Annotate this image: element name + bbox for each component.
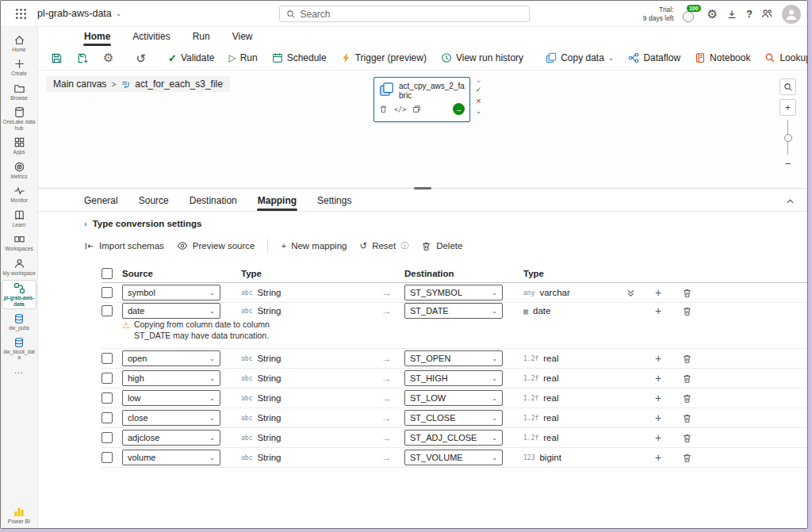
- destination-column-dropdown[interactable]: ST_HIGH⌄: [404, 370, 503, 386]
- sidebar-item-apps[interactable]: Apps: [2, 135, 36, 156]
- source-column-dropdown[interactable]: open⌄: [122, 350, 220, 366]
- source-column-dropdown[interactable]: close⌄: [122, 410, 220, 426]
- type-conversion-settings-toggle[interactable]: › Type conversion settings: [38, 219, 807, 228]
- source-column-dropdown[interactable]: low⌄: [122, 390, 220, 406]
- sidebar-item-dw-stock-data[interactable]: dw_stock_data: [2, 335, 36, 362]
- copy-data-button[interactable]: Copy data ⌄: [542, 50, 617, 66]
- source-column-dropdown[interactable]: symbol⌄: [122, 285, 220, 300]
- sidebar-item-home[interactable]: Home: [2, 33, 36, 54]
- sidebar-item-dw-pubs[interactable]: dw_pubs: [2, 312, 36, 332]
- destination-column-dropdown[interactable]: ST_LOW⌄: [404, 390, 503, 406]
- tab-source[interactable]: Source: [138, 195, 170, 211]
- duplicate-activity-icon[interactable]: [412, 105, 421, 113]
- delete-row-button[interactable]: [672, 413, 701, 423]
- tab-settings[interactable]: Settings: [316, 195, 352, 211]
- tab-activities[interactable]: Activities: [132, 31, 170, 44]
- success-port-icon[interactable]: ✓: [473, 86, 484, 94]
- pipeline-settings-gear-icon[interactable]: ⚙: [100, 48, 117, 67]
- sidebar-item-my-workspace[interactable]: My workspace: [2, 256, 36, 277]
- row-checkbox[interactable]: [102, 287, 113, 298]
- delete-row-button[interactable]: [672, 393, 701, 404]
- zoom-in-button[interactable]: +: [779, 99, 796, 116]
- fail-port-icon[interactable]: ×: [473, 96, 484, 107]
- destination-column-dropdown[interactable]: ST_VOLUME⌄: [404, 450, 503, 465]
- settings-gear-icon[interactable]: ⚙: [707, 7, 718, 21]
- sidebar-item-pipeline-pl-grab-aws-data[interactable]: pl-grab-aws-data: [2, 280, 36, 309]
- view-run-history-button[interactable]: View run history: [438, 50, 527, 66]
- code-icon[interactable]: </>: [394, 105, 406, 113]
- skip-port-icon[interactable]: ⌄: [473, 76, 484, 85]
- delete-row-button[interactable]: [672, 354, 701, 364]
- add-mapping-row-button[interactable]: +: [644, 372, 672, 385]
- search-input[interactable]: Search: [279, 6, 530, 22]
- add-mapping-row-button[interactable]: +: [644, 304, 672, 317]
- destination-column-dropdown[interactable]: ST_OPEN⌄: [404, 350, 503, 366]
- people-icon[interactable]: [761, 8, 773, 20]
- sidebar-item-workspaces[interactable]: Workspaces: [2, 232, 36, 253]
- row-checkbox[interactable]: [102, 373, 113, 384]
- source-column-dropdown[interactable]: volume⌄: [122, 450, 220, 465]
- delete-row-button[interactable]: [672, 288, 701, 298]
- sidebar-item-browse[interactable]: Browse: [2, 81, 36, 102]
- delete-row-button[interactable]: [672, 453, 701, 463]
- double-chevron-icon[interactable]: [617, 289, 644, 297]
- add-mapping-row-button[interactable]: +: [644, 411, 672, 424]
- tab-run[interactable]: Run: [192, 31, 211, 44]
- tab-view[interactable]: View: [232, 31, 254, 44]
- sidebar-item-more[interactable]: ...: [2, 365, 36, 377]
- source-column-dropdown[interactable]: date⌄: [122, 303, 220, 319]
- lookup-button[interactable]: Lookup: [761, 50, 807, 66]
- undo-button[interactable]: ↺: [132, 50, 149, 67]
- sidebar-item-onelake[interactable]: OneLake data hub: [2, 105, 36, 132]
- row-checkbox[interactable]: [102, 305, 113, 316]
- sidebar-item-metrics[interactable]: Metrics: [2, 159, 36, 181]
- sidebar-item-learn[interactable]: Learn: [2, 208, 36, 229]
- delete-row-button[interactable]: [672, 433, 701, 443]
- avatar[interactable]: [782, 5, 801, 24]
- on-success-port-icon[interactable]: →: [453, 103, 465, 115]
- row-checkbox[interactable]: [102, 432, 113, 443]
- source-column-dropdown[interactable]: adjclose⌄: [122, 430, 220, 446]
- row-checkbox[interactable]: [102, 353, 113, 364]
- help-icon[interactable]: ?: [746, 8, 753, 20]
- row-checkbox[interactable]: [102, 392, 113, 404]
- add-mapping-row-button[interactable]: +: [644, 286, 672, 299]
- download-icon[interactable]: [726, 9, 737, 20]
- zoom-slider[interactable]: [787, 120, 788, 155]
- app-name-menu[interactable]: pl-grab-aws-data ⌄: [37, 8, 121, 19]
- notification-badge-icon[interactable]: 100: [683, 6, 699, 22]
- zoom-slider-handle[interactable]: [784, 134, 792, 142]
- destination-column-dropdown[interactable]: ST_ADJ_CLOSE⌄: [404, 430, 503, 446]
- destination-column-dropdown[interactable]: ST_SYMBOL⌄: [404, 285, 503, 300]
- row-checkbox[interactable]: [102, 452, 113, 463]
- activity-node-copy-data[interactable]: act_cpy_aws_2_fabric </> → ⌄ ✓ × ⌄: [373, 77, 470, 122]
- dataflow-button[interactable]: Dataflow: [625, 50, 684, 66]
- import-schemas-button[interactable]: Import schemas: [84, 241, 164, 251]
- delete-mapping-button[interactable]: Delete: [421, 241, 462, 251]
- delete-activity-icon[interactable]: [379, 105, 388, 113]
- collapse-panel-chevron-icon[interactable]: [786, 197, 795, 206]
- add-mapping-row-button[interactable]: +: [644, 352, 672, 365]
- run-button[interactable]: ▷ Run: [225, 50, 260, 66]
- delete-row-button[interactable]: [672, 373, 701, 384]
- tab-general[interactable]: General: [83, 195, 119, 211]
- add-mapping-row-button[interactable]: +: [644, 392, 672, 404]
- trigger-button[interactable]: Trigger (preview): [338, 50, 430, 66]
- source-column-dropdown[interactable]: high⌄: [122, 370, 220, 386]
- delete-row-button[interactable]: [672, 306, 701, 316]
- save-button[interactable]: [48, 50, 66, 67]
- select-all-checkbox[interactable]: [102, 268, 113, 279]
- pipeline-canvas[interactable]: Main canvas > act_for_each_s3_file act_c…: [38, 71, 807, 188]
- sidebar-item-create[interactable]: Create: [2, 56, 36, 78]
- tab-mapping[interactable]: Mapping: [257, 195, 297, 211]
- breadcrumb-current[interactable]: act_for_each_s3_file: [135, 78, 223, 90]
- breadcrumb-root[interactable]: Main canvas: [53, 78, 106, 90]
- validate-button[interactable]: ✓ Validate: [165, 50, 217, 67]
- destination-column-dropdown[interactable]: ST_CLOSE⌄: [404, 410, 503, 426]
- tab-destination[interactable]: Destination: [189, 195, 238, 211]
- reset-button[interactable]: ↺ Reset ⓘ: [359, 240, 408, 251]
- add-mapping-row-button[interactable]: +: [644, 451, 672, 464]
- new-mapping-button[interactable]: + New mapping: [281, 241, 347, 251]
- sidebar-item-monitor[interactable]: Monitor: [2, 183, 36, 205]
- app-launcher-waffle-icon[interactable]: [9, 3, 33, 24]
